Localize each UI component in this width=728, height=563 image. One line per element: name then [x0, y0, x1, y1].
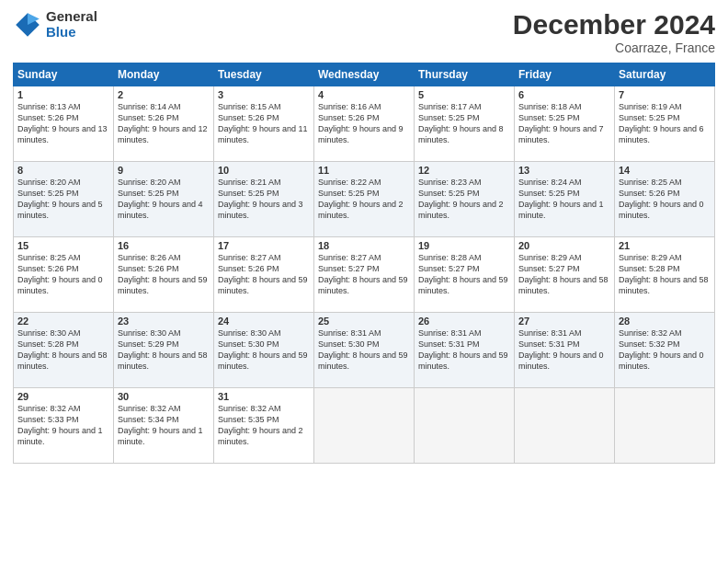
header: General Blue December 2024 Coarraze, Fra…: [13, 9, 715, 55]
calendar-cell: 11Sunrise: 8:22 AMSunset: 5:25 PMDayligh…: [314, 162, 415, 237]
day-number: 21: [619, 240, 711, 251]
day-number: 10: [218, 165, 310, 176]
day-info: Sunrise: 8:32 AMSunset: 5:32 PMDaylight:…: [619, 327, 711, 373]
day-number: 14: [619, 165, 711, 176]
calendar-cell: 22Sunrise: 8:30 AMSunset: 5:28 PMDayligh…: [14, 313, 114, 388]
day-number: 29: [17, 391, 109, 402]
calendar-cell: 25Sunrise: 8:31 AMSunset: 5:30 PMDayligh…: [314, 313, 415, 388]
day-info: Sunrise: 8:31 AMSunset: 5:31 PMDaylight:…: [418, 327, 510, 373]
calendar-cell: 1Sunrise: 8:13 AMSunset: 5:26 PMDaylight…: [14, 86, 114, 162]
day-info: Sunrise: 8:29 AMSunset: 5:28 PMDaylight:…: [619, 252, 711, 297]
calendar-cell: 27Sunrise: 8:31 AMSunset: 5:31 PMDayligh…: [515, 313, 615, 388]
week-row-4: 22Sunrise: 8:30 AMSunset: 5:28 PMDayligh…: [14, 313, 715, 388]
day-number: 12: [418, 165, 510, 176]
day-number: 25: [318, 316, 410, 327]
day-info: Sunrise: 8:29 AMSunset: 5:27 PMDaylight:…: [518, 252, 610, 297]
calendar-cell: 26Sunrise: 8:31 AMSunset: 5:31 PMDayligh…: [415, 313, 515, 388]
calendar-cell: [415, 388, 515, 464]
day-info: Sunrise: 8:24 AMSunset: 5:25 PMDaylight:…: [518, 177, 610, 222]
col-header-friday: Friday: [515, 63, 615, 86]
calendar-cell: 2Sunrise: 8:14 AMSunset: 5:26 PMDaylight…: [114, 86, 214, 162]
calendar-cell: [515, 388, 615, 464]
day-number: 24: [218, 316, 310, 327]
day-number: 8: [17, 165, 109, 176]
day-info: Sunrise: 8:14 AMSunset: 5:26 PMDaylight:…: [118, 101, 210, 146]
calendar-cell: 7Sunrise: 8:19 AMSunset: 5:25 PMDaylight…: [615, 86, 715, 162]
logo-blue-text: Blue: [46, 25, 97, 40]
calendar-cell: 30Sunrise: 8:32 AMSunset: 5:34 PMDayligh…: [114, 388, 214, 464]
calendar-cell: 28Sunrise: 8:32 AMSunset: 5:32 PMDayligh…: [615, 313, 715, 388]
calendar-cell: 3Sunrise: 8:15 AMSunset: 5:26 PMDaylight…: [214, 86, 314, 162]
calendar-cell: 16Sunrise: 8:26 AMSunset: 5:26 PMDayligh…: [114, 237, 214, 313]
day-info: Sunrise: 8:31 AMSunset: 5:30 PMDaylight:…: [318, 327, 410, 373]
calendar: SundayMondayTuesdayWednesdayThursdayFrid…: [13, 63, 715, 464]
month-title: December 2024: [513, 9, 715, 40]
day-number: 19: [418, 240, 510, 251]
day-number: 30: [118, 391, 210, 402]
day-info: Sunrise: 8:27 AMSunset: 5:27 PMDaylight:…: [318, 252, 410, 297]
day-number: 16: [118, 240, 210, 251]
day-number: 2: [118, 89, 210, 100]
day-number: 27: [518, 316, 610, 327]
day-number: 17: [218, 240, 310, 251]
col-header-wednesday: Wednesday: [314, 63, 415, 86]
calendar-cell: 9Sunrise: 8:20 AMSunset: 5:25 PMDaylight…: [114, 162, 214, 237]
logo-icon: [13, 10, 42, 40]
day-number: 18: [318, 240, 410, 251]
day-number: 7: [619, 89, 711, 100]
col-header-sunday: Sunday: [14, 63, 114, 86]
day-header-row: SundayMondayTuesdayWednesdayThursdayFrid…: [14, 63, 715, 86]
day-info: Sunrise: 8:25 AMSunset: 5:26 PMDaylight:…: [619, 177, 711, 222]
day-number: 26: [418, 316, 510, 327]
calendar-cell: 6Sunrise: 8:18 AMSunset: 5:25 PMDaylight…: [515, 86, 615, 162]
day-info: Sunrise: 8:20 AMSunset: 5:25 PMDaylight:…: [118, 177, 210, 222]
day-info: Sunrise: 8:30 AMSunset: 5:30 PMDaylight:…: [218, 327, 310, 373]
day-info: Sunrise: 8:32 AMSunset: 5:34 PMDaylight:…: [118, 403, 210, 448]
calendar-cell: 20Sunrise: 8:29 AMSunset: 5:27 PMDayligh…: [515, 237, 615, 313]
calendar-cell: 19Sunrise: 8:28 AMSunset: 5:27 PMDayligh…: [415, 237, 515, 313]
day-info: Sunrise: 8:17 AMSunset: 5:25 PMDaylight:…: [418, 101, 510, 146]
day-info: Sunrise: 8:32 AMSunset: 5:33 PMDaylight:…: [17, 403, 109, 448]
day-info: Sunrise: 8:27 AMSunset: 5:26 PMDaylight:…: [218, 252, 310, 297]
day-info: Sunrise: 8:18 AMSunset: 5:25 PMDaylight:…: [518, 101, 610, 146]
week-row-5: 29Sunrise: 8:32 AMSunset: 5:33 PMDayligh…: [14, 388, 715, 464]
col-header-saturday: Saturday: [615, 63, 715, 86]
week-row-3: 15Sunrise: 8:25 AMSunset: 5:26 PMDayligh…: [14, 237, 715, 313]
day-info: Sunrise: 8:31 AMSunset: 5:31 PMDaylight:…: [518, 327, 610, 373]
calendar-cell: [314, 388, 415, 464]
day-number: 3: [218, 89, 310, 100]
calendar-cell: [615, 388, 715, 464]
calendar-cell: 4Sunrise: 8:16 AMSunset: 5:26 PMDaylight…: [314, 86, 415, 162]
day-info: Sunrise: 8:23 AMSunset: 5:25 PMDaylight:…: [418, 177, 510, 222]
col-header-monday: Monday: [114, 63, 214, 86]
calendar-cell: 17Sunrise: 8:27 AMSunset: 5:26 PMDayligh…: [214, 237, 314, 313]
logo-text: General Blue: [46, 9, 97, 40]
calendar-cell: 14Sunrise: 8:25 AMSunset: 5:26 PMDayligh…: [615, 162, 715, 237]
calendar-cell: 8Sunrise: 8:20 AMSunset: 5:25 PMDaylight…: [14, 162, 114, 237]
col-header-tuesday: Tuesday: [214, 63, 314, 86]
day-number: 9: [118, 165, 210, 176]
calendar-cell: 15Sunrise: 8:25 AMSunset: 5:26 PMDayligh…: [14, 237, 114, 313]
day-info: Sunrise: 8:28 AMSunset: 5:27 PMDaylight:…: [418, 252, 510, 297]
calendar-cell: 24Sunrise: 8:30 AMSunset: 5:30 PMDayligh…: [214, 313, 314, 388]
day-info: Sunrise: 8:16 AMSunset: 5:26 PMDaylight:…: [318, 101, 410, 146]
calendar-cell: 18Sunrise: 8:27 AMSunset: 5:27 PMDayligh…: [314, 237, 415, 313]
calendar-cell: 13Sunrise: 8:24 AMSunset: 5:25 PMDayligh…: [515, 162, 615, 237]
day-info: Sunrise: 8:15 AMSunset: 5:26 PMDaylight:…: [218, 101, 310, 146]
day-info: Sunrise: 8:26 AMSunset: 5:26 PMDaylight:…: [118, 252, 210, 297]
day-info: Sunrise: 8:30 AMSunset: 5:29 PMDaylight:…: [118, 327, 210, 373]
logo: General Blue: [13, 9, 97, 40]
calendar-cell: 5Sunrise: 8:17 AMSunset: 5:25 PMDaylight…: [415, 86, 515, 162]
calendar-cell: 29Sunrise: 8:32 AMSunset: 5:33 PMDayligh…: [14, 388, 114, 464]
calendar-cell: 12Sunrise: 8:23 AMSunset: 5:25 PMDayligh…: [415, 162, 515, 237]
title-area: December 2024 Coarraze, France: [513, 9, 715, 55]
day-number: 11: [318, 165, 410, 176]
page: General Blue December 2024 Coarraze, Fra…: [0, 0, 728, 563]
day-number: 4: [318, 89, 410, 100]
week-row-1: 1Sunrise: 8:13 AMSunset: 5:26 PMDaylight…: [14, 86, 715, 162]
calendar-cell: 31Sunrise: 8:32 AMSunset: 5:35 PMDayligh…: [214, 388, 314, 464]
day-info: Sunrise: 8:20 AMSunset: 5:25 PMDaylight:…: [17, 177, 109, 222]
day-number: 31: [218, 391, 310, 402]
day-info: Sunrise: 8:13 AMSunset: 5:26 PMDaylight:…: [17, 101, 109, 146]
week-row-2: 8Sunrise: 8:20 AMSunset: 5:25 PMDaylight…: [14, 162, 715, 237]
